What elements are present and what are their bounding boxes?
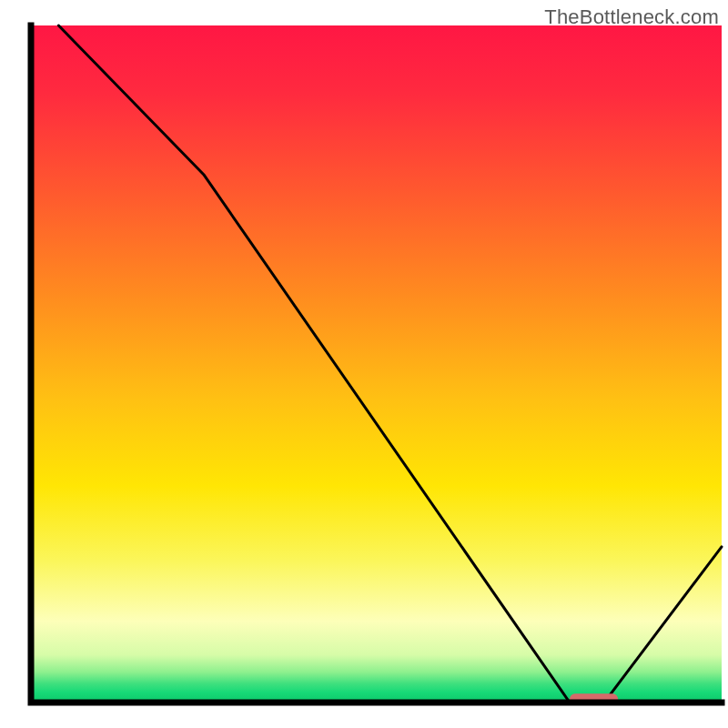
plot-background <box>31 25 722 703</box>
bottleneck-chart: TheBottleneck.com <box>0 0 728 728</box>
watermark-label: TheBottleneck.com <box>544 5 719 29</box>
chart-svg <box>0 0 728 728</box>
